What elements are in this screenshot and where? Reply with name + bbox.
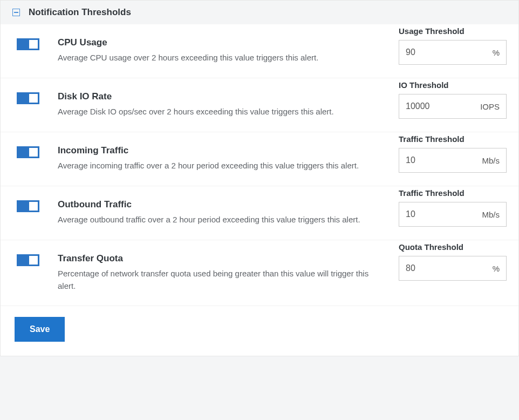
input-unit-outbound: Mb/s [482, 210, 506, 219]
threshold-input-group-disk: IO Threshold IOPS [399, 80, 507, 119]
panel-header: Notification Thresholds [1, 1, 518, 24]
input-label-cpu: Usage Threshold [399, 26, 507, 36]
panel-title: Notification Thresholds [29, 7, 131, 18]
input-unit-cpu: % [493, 48, 506, 57]
threshold-title-incoming: Incoming Traffic [58, 145, 380, 156]
threshold-desc-quota: Percentage of network transfer quota use… [58, 267, 380, 293]
input-wrap-cpu: % [399, 40, 507, 65]
outbound-traffic-threshold-input[interactable] [399, 202, 482, 226]
threshold-desc-incoming: Average incoming traffic over a 2 hour p… [58, 159, 380, 172]
threshold-title-outbound: Outbound Traffic [58, 199, 380, 210]
input-label-disk: IO Threshold [399, 80, 507, 90]
threshold-row-quota: Transfer Quota Percentage of network tra… [1, 240, 518, 306]
threshold-text-outbound: Outbound Traffic Average outbound traffi… [58, 199, 380, 226]
threshold-desc-outbound: Average outbound traffic over a 2 hour p… [58, 213, 380, 226]
quota-threshold-input[interactable] [399, 256, 493, 280]
toggle-outbound[interactable] [17, 200, 39, 212]
io-threshold-input[interactable] [399, 94, 480, 118]
threshold-text-quota: Transfer Quota Percentage of network tra… [58, 253, 380, 293]
threshold-input-group-incoming: Traffic Threshold Mb/s [399, 134, 507, 173]
toggle-cpu[interactable] [17, 38, 39, 50]
save-row: Save [1, 306, 518, 342]
threshold-text-disk: Disk IO Rate Average Disk IO ops/sec ove… [58, 91, 380, 118]
threshold-title-cpu: CPU Usage [58, 37, 380, 48]
threshold-input-group-cpu: Usage Threshold % [399, 26, 507, 65]
threshold-title-quota: Transfer Quota [58, 253, 380, 264]
threshold-desc-disk: Average Disk IO ops/sec over 2 hours exc… [58, 105, 380, 118]
threshold-row-cpu: CPU Usage Average CPU usage over 2 hours… [1, 24, 518, 78]
save-button[interactable]: Save [15, 317, 65, 342]
incoming-traffic-threshold-input[interactable] [399, 148, 482, 172]
input-label-outbound: Traffic Threshold [399, 188, 507, 198]
input-unit-quota: % [493, 264, 506, 273]
input-wrap-outbound: Mb/s [399, 202, 507, 227]
threshold-title-disk: Disk IO Rate [58, 91, 380, 102]
input-wrap-incoming: Mb/s [399, 148, 507, 173]
toggle-quota[interactable] [17, 254, 39, 266]
panel-body: CPU Usage Average CPU usage over 2 hours… [1, 24, 518, 356]
input-label-quota: Quota Threshold [399, 242, 507, 252]
threshold-input-group-outbound: Traffic Threshold Mb/s [399, 188, 507, 227]
threshold-text-incoming: Incoming Traffic Average incoming traffi… [58, 145, 380, 172]
notification-thresholds-panel: Notification Thresholds CPU Usage Averag… [0, 0, 519, 356]
toggle-incoming[interactable] [17, 146, 39, 158]
input-wrap-disk: IOPS [399, 94, 507, 119]
threshold-row-outbound: Outbound Traffic Average outbound traffi… [1, 186, 518, 240]
threshold-row-incoming: Incoming Traffic Average incoming traffi… [1, 132, 518, 186]
threshold-input-group-quota: Quota Threshold % [399, 242, 507, 281]
usage-threshold-input[interactable] [399, 40, 493, 64]
collapse-icon[interactable] [12, 9, 20, 16]
input-wrap-quota: % [399, 256, 507, 281]
input-unit-incoming: Mb/s [482, 156, 506, 165]
threshold-row-disk: Disk IO Rate Average Disk IO ops/sec ove… [1, 78, 518, 132]
threshold-text-cpu: CPU Usage Average CPU usage over 2 hours… [58, 37, 380, 64]
toggle-disk[interactable] [17, 92, 39, 104]
input-unit-disk: IOPS [480, 102, 506, 111]
input-label-incoming: Traffic Threshold [399, 134, 507, 144]
threshold-desc-cpu: Average CPU usage over 2 hours exceeding… [58, 51, 380, 64]
